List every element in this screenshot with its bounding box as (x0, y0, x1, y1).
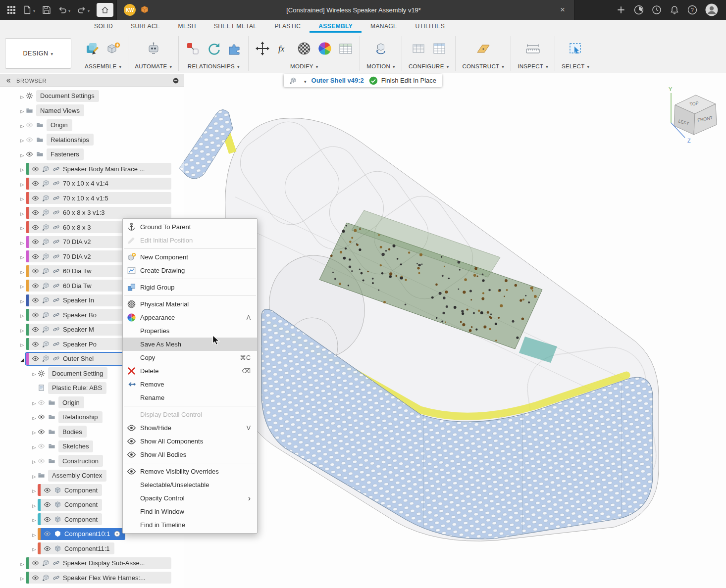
eye-icon[interactable] (32, 311, 39, 319)
eye-icon[interactable] (32, 253, 39, 260)
eye-hidden-icon[interactable] (38, 457, 45, 465)
edit-context-link[interactable]: Outer Shell v49:2 (311, 77, 364, 84)
expand-arrow-icon[interactable] (19, 106, 26, 115)
parameters-table-icon[interactable] (338, 41, 353, 56)
expand-arrow-icon[interactable] (19, 296, 26, 305)
browser-item-speaker-flex-wire-harnes[interactable]: Speaker Flex Wire Harnes:... (0, 571, 184, 586)
browser-item-chip[interactable]: Component (38, 484, 102, 496)
expand-arrow-icon[interactable] (19, 267, 26, 276)
menu-item-show-all-bodies[interactable]: Show All Bodies (123, 448, 257, 461)
browser-item-chip[interactable]: Speaker Body Main Brace ... (26, 163, 171, 175)
expand-arrow-icon[interactable] (19, 310, 26, 319)
menu-item-remove[interactable]: Remove (123, 378, 257, 391)
configurations-icon[interactable] (411, 41, 426, 56)
toolbar-group-select[interactable]: SELECT (555, 36, 596, 71)
eye-hidden-icon[interactable] (38, 442, 45, 450)
motion-study-icon[interactable] (373, 41, 388, 56)
finish-edit-in-place-button[interactable]: Finish Edit In Place (369, 76, 436, 85)
select-tool-icon[interactable] (568, 41, 583, 56)
menu-item-show-hide[interactable]: Show/HideV (123, 421, 257, 435)
eye-hidden-icon[interactable] (26, 136, 33, 144)
expand-arrow-icon[interactable] (19, 179, 26, 188)
account-button[interactable] (705, 3, 718, 16)
eye-icon[interactable] (44, 501, 51, 508)
browser-item-chip[interactable]: Bodies (58, 426, 87, 438)
toolbar-group-construct[interactable]: CONSTRUCT (455, 36, 511, 71)
toolbar-group-assemble[interactable]: ASSEMBLE (78, 36, 128, 71)
browser-item-chip[interactable]: Relationships (47, 134, 94, 146)
eye-icon[interactable] (38, 413, 45, 421)
expand-arrow-icon[interactable] (31, 515, 38, 524)
menu-item-rigid-group[interactable]: Rigid Group (123, 281, 257, 294)
menu-item-delete[interactable]: Delete⌫ (123, 364, 257, 378)
edit-context-icon[interactable] (290, 77, 297, 84)
browser-item-chip[interactable]: 60 x 8 x 3 v1:3 (26, 207, 171, 219)
eye-icon[interactable] (44, 516, 51, 523)
menu-item-remove-visibility-overrides[interactable]: Remove Visibility Overrides (123, 465, 257, 478)
browser-item-chip[interactable]: Named Views (36, 104, 84, 116)
browser-item-chip[interactable]: Document Settings (36, 90, 99, 102)
configuration-table-icon[interactable] (432, 41, 447, 56)
expand-arrow-icon[interactable] (19, 223, 26, 232)
expand-arrow-icon[interactable] (31, 471, 38, 480)
browser-item-chip[interactable]: Relationship (58, 411, 103, 423)
browser-item-relationships[interactable]: Relationships (0, 133, 184, 147)
expand-arrow-icon[interactable] (19, 238, 26, 246)
expand-arrow-icon[interactable] (31, 530, 38, 539)
browser-item-chip[interactable]: Component10:1 (38, 528, 125, 540)
expand-arrow-icon[interactable] (31, 427, 38, 436)
expand-arrow-icon[interactable] (31, 442, 38, 451)
expand-arrow-icon[interactable] (19, 559, 26, 568)
expand-arrow-icon[interactable] (19, 121, 26, 130)
chevron-down-icon[interactable] (302, 76, 307, 85)
change-parameters-icon[interactable]: fx (276, 41, 291, 56)
eye-icon[interactable] (32, 267, 39, 275)
document-tab[interactable]: KW [Constrained] Wireless Speaker Assemb… (116, 0, 574, 20)
browser-item-speaker-body-main-brace[interactable]: Speaker Body Main Brace ... (0, 162, 184, 177)
menu-item-copy[interactable]: Copy⌘C (123, 351, 257, 364)
new-tab-button[interactable] (616, 5, 626, 15)
target-icon[interactable] (113, 530, 121, 538)
browser-item-speaker-display-sub-asse[interactable]: Speaker Display Sub-Asse... (0, 556, 184, 571)
save-button[interactable] (42, 5, 51, 14)
expand-arrow-icon[interactable] (19, 150, 26, 159)
browser-item-chip[interactable]: Plastic Rule: ABS (48, 382, 106, 394)
toolbar-group-modify[interactable]: fxMODIFY (248, 36, 360, 71)
expand-arrow-icon[interactable] (19, 92, 26, 100)
eye-icon[interactable] (26, 150, 33, 158)
move-icon[interactable] (255, 41, 270, 56)
browser-item-chip[interactable]: 70 x 10 x 4 v1:4 (26, 178, 171, 190)
expand-arrow-icon[interactable] (19, 340, 26, 348)
grille-rear-panel[interactable] (179, 110, 233, 179)
browser-item-chip[interactable]: Component (38, 499, 102, 511)
assemble-create-icon[interactable] (85, 41, 100, 56)
browser-item-chip[interactable]: Fasteners (47, 148, 84, 160)
eye-icon[interactable] (44, 487, 51, 494)
eye-icon[interactable] (32, 209, 39, 216)
recent-button[interactable] (652, 5, 662, 15)
tab-manage[interactable]: MANAGE (362, 20, 406, 33)
browser-item-chip[interactable]: Speaker Display Sub-Asse... (26, 557, 171, 569)
menu-item-rename[interactable]: Rename (123, 391, 257, 404)
browser-item-chip[interactable]: Origin (47, 119, 72, 131)
toolbar-group-automate[interactable]: AUTOMATE (128, 36, 178, 71)
browser-item-chip[interactable]: 70 x 10 x 4 v1:5 (26, 192, 171, 204)
eye-icon[interactable] (32, 165, 39, 173)
browser-item-70-x-10-x-4-v1-5[interactable]: 70 x 10 x 4 v1:5 (0, 191, 184, 206)
browser-item-chip[interactable]: Sketches (58, 441, 93, 452)
eye-icon[interactable] (38, 428, 45, 436)
eye-icon[interactable] (32, 224, 39, 231)
expand-arrow-icon[interactable] (19, 208, 26, 217)
expand-arrow-icon[interactable] (31, 544, 38, 553)
menu-item-show-all-components[interactable]: Show All Components (123, 435, 257, 448)
eye-icon[interactable] (44, 545, 51, 552)
expand-arrow-icon[interactable] (31, 500, 38, 509)
expand-arrow-icon[interactable] (19, 252, 26, 261)
menu-item-physical-material[interactable]: Physical Material (123, 297, 257, 311)
chevron-down-icon[interactable] (32, 5, 35, 14)
rigid-group-tool-icon[interactable] (227, 41, 242, 56)
chevron-down-icon[interactable] (86, 5, 90, 14)
toolbar-group-relationships[interactable]: RELATIONSHIPS (178, 36, 248, 71)
construction-plane-icon[interactable] (476, 41, 491, 56)
expand-arrow-icon[interactable] (19, 164, 26, 173)
